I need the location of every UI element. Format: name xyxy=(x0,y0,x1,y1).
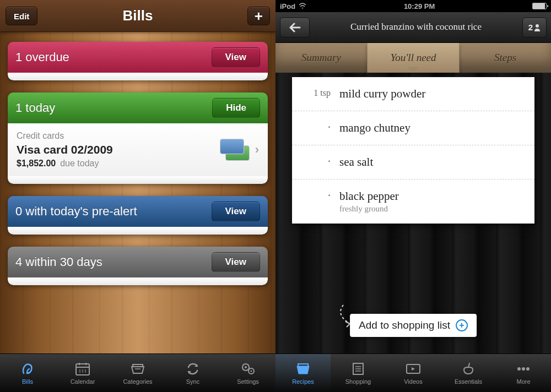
add-to-shopping-button[interactable]: Add to shopping list + xyxy=(350,314,477,337)
tab-steps[interactable]: Steps xyxy=(460,43,551,73)
tab-label: Essentials xyxy=(455,378,482,385)
svg-point-19 xyxy=(522,367,525,371)
categories-icon xyxy=(129,361,147,377)
tab-label: More xyxy=(516,378,530,385)
tab-videos[interactable]: Videos xyxy=(386,354,441,392)
chevron-right-icon: › xyxy=(255,143,259,157)
paper-edge xyxy=(8,73,268,80)
ingredient-qty: · xyxy=(301,121,339,134)
plus-circle-icon: + xyxy=(456,319,468,331)
today-header: 1 today Hide xyxy=(8,92,268,123)
recipe-tabs: Summary You'll need Steps xyxy=(276,43,551,73)
ingredient-qty: · xyxy=(301,189,339,202)
recipe-title: Curried branzino with coconut rice xyxy=(310,21,522,32)
person-icon xyxy=(534,24,541,31)
back-arrow-icon xyxy=(289,23,301,32)
ingredient-qty: · xyxy=(301,155,339,168)
svg-point-12 xyxy=(536,24,539,28)
tab-calendar[interactable]: Calendar xyxy=(55,354,110,392)
bill-subtitle: $1,852.00due today xyxy=(17,159,220,168)
paper-edge xyxy=(8,227,268,235)
nav-bar: Edit Bills + xyxy=(0,0,276,32)
ingredient-row[interactable]: 1 tsp mild curry powder xyxy=(292,77,534,111)
calendar-icon xyxy=(74,361,91,377)
ingredient-row[interactable]: · sea salt xyxy=(292,145,534,179)
tab-youll-need[interactable]: You'll need xyxy=(367,43,460,73)
tab-label: Recipes xyxy=(292,378,314,385)
bill-amount: $1,852.00 xyxy=(17,159,56,168)
within30-view-button[interactable]: View xyxy=(212,252,260,272)
add-button[interactable]: + xyxy=(247,7,270,25)
ingredient-qty: 1 tsp xyxy=(301,87,339,98)
edit-button[interactable]: Edit xyxy=(6,7,37,25)
prealert-view-button[interactable]: View xyxy=(212,202,260,221)
tab-label: Sync xyxy=(186,378,199,385)
tab-label: Calendar xyxy=(71,378,95,385)
tab-settings[interactable]: Settings xyxy=(220,354,276,392)
svg-point-18 xyxy=(517,367,521,371)
back-button[interactable] xyxy=(280,18,310,37)
ingredient-name: sea salt xyxy=(339,155,526,169)
servings-button[interactable]: 2 xyxy=(522,18,547,37)
more-icon xyxy=(515,361,532,377)
cards-area: 1 overdue View 1 today Hide Credit cards… xyxy=(0,32,276,303)
servings-count: 2 xyxy=(528,23,533,32)
recipe-nav-bar: Curried branzino with coconut rice 2 xyxy=(276,12,551,43)
ingredient-name: black pepper xyxy=(339,189,399,203)
svg-point-20 xyxy=(526,367,530,371)
tab-categories[interactable]: Categories xyxy=(110,354,165,392)
bottom-tab-bar: Recipes Shopping Videos Essentials More xyxy=(276,353,551,392)
bill-detail-row[interactable]: Credit cards Visa card 02/2009 $1,852.00… xyxy=(8,123,268,176)
tab-label: Videos xyxy=(404,378,422,385)
today-hide-button[interactable]: Hide xyxy=(212,98,260,118)
tab-sync[interactable]: Sync xyxy=(165,354,220,392)
overdue-header: 1 overdue View xyxy=(8,42,268,73)
bill-category: Credit cards xyxy=(17,131,220,141)
bottom-tab-bar: Bills Calendar Categories Sync Settings xyxy=(0,353,276,392)
wifi-icon xyxy=(299,3,306,9)
overdue-card: 1 overdue View xyxy=(8,42,268,80)
battery-icon xyxy=(532,3,547,9)
videos-icon xyxy=(404,361,422,377)
page-title: Bills xyxy=(123,7,153,24)
status-bar: iPod 10:29 PM xyxy=(276,0,551,12)
prealert-label: 0 with today's pre-alert xyxy=(15,204,137,219)
paper-edge xyxy=(8,277,268,285)
shopping-icon xyxy=(349,361,367,377)
sync-icon xyxy=(184,361,202,377)
paper-edge xyxy=(8,176,268,184)
carrier-label: iPod xyxy=(280,2,295,10)
tab-bills[interactable]: Bills xyxy=(0,354,55,392)
bills-icon xyxy=(19,361,36,377)
tab-recipes[interactable]: Recipes xyxy=(276,354,331,392)
prealert-card: 0 with today's pre-alert View xyxy=(8,196,268,235)
ingredient-row[interactable]: · mango chutney xyxy=(292,111,534,145)
within30-header: 4 within 30 days View xyxy=(8,247,268,277)
credit-card-icon xyxy=(220,139,250,161)
settings-icon xyxy=(239,361,257,377)
status-time: 10:29 PM xyxy=(404,2,435,10)
bill-title: Visa card 02/2009 xyxy=(17,143,220,156)
today-card: 1 today Hide Credit cards Visa card 02/2… xyxy=(8,92,268,184)
ingredient-row[interactable]: · black pepper freshly ground xyxy=(292,179,534,224)
tab-summary[interactable]: Summary xyxy=(276,43,367,73)
within30-card: 4 within 30 days View xyxy=(8,247,268,285)
ingredient-name: mango chutney xyxy=(339,121,526,135)
tab-label: Shopping xyxy=(345,378,371,385)
overdue-view-button[interactable]: View xyxy=(212,47,260,67)
tab-essentials[interactable]: Essentials xyxy=(441,354,496,392)
bill-detail-text: Credit cards Visa card 02/2009 $1,852.00… xyxy=(17,131,220,168)
ingredients-card: 1 tsp mild curry powder · mango chutney … xyxy=(292,77,534,224)
prealert-header: 0 with today's pre-alert View xyxy=(8,196,268,227)
tab-shopping[interactable]: Shopping xyxy=(331,354,386,392)
essentials-icon xyxy=(460,361,477,377)
today-label: 1 today xyxy=(15,101,55,115)
ingredient-note: freshly ground xyxy=(339,204,399,214)
within30-label: 4 within 30 days xyxy=(15,255,102,269)
svg-point-11 xyxy=(251,371,252,372)
recipe-app-screen: iPod 10:29 PM Curried branzino with coco… xyxy=(276,0,551,392)
overdue-label: 1 overdue xyxy=(15,50,69,64)
tab-label: Bills xyxy=(22,378,33,385)
tab-more[interactable]: More xyxy=(496,354,551,392)
recipes-icon xyxy=(294,361,312,377)
